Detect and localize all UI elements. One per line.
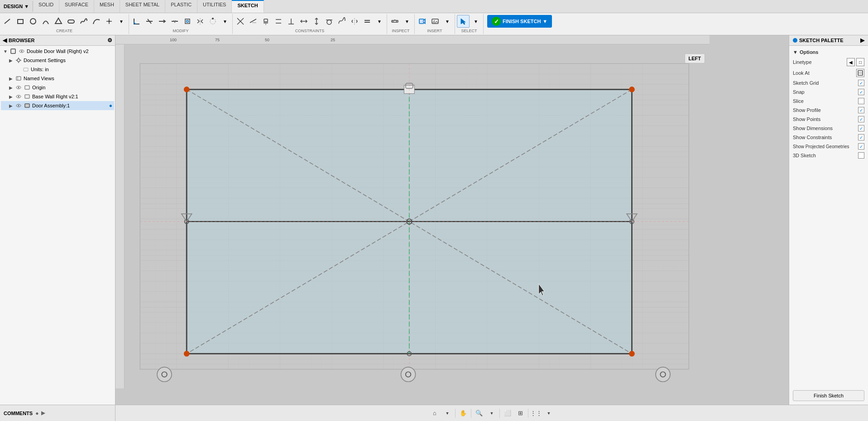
- create-more-btn[interactable]: ▼: [116, 15, 127, 28]
- tree-item-doc-settings[interactable]: ▶ Document Settings: [1, 56, 114, 65]
- finish-sketch-palette-btn[interactable]: Finish Sketch: [793, 390, 864, 401]
- tab-sketch[interactable]: SKETCH: [232, 0, 264, 13]
- constraint-symmetric-btn[interactable]: [349, 15, 360, 28]
- palette-checkbox-slice[interactable]: [858, 98, 864, 104]
- create-point-btn[interactable]: [103, 15, 115, 28]
- nav-dropdown-icon[interactable]: ▼: [442, 408, 452, 418]
- palette-checkbox-show-dimensions[interactable]: [858, 125, 864, 131]
- pan-icon[interactable]: ✋: [458, 408, 468, 418]
- tree-expand-named-views[interactable]: ▶: [8, 76, 14, 81]
- palette-checkbox-3d-sketch[interactable]: [858, 152, 864, 159]
- display-mode-icon[interactable]: ⬜: [503, 408, 513, 418]
- modify-break-btn[interactable]: [169, 15, 181, 28]
- modify-trim-btn[interactable]: [144, 15, 155, 28]
- tab-solid[interactable]: SOLID: [33, 0, 59, 13]
- tree-expand-doc-settings[interactable]: ▶: [8, 58, 14, 63]
- palette-linetype-btn1[interactable]: ◀: [847, 58, 855, 66]
- constraint-tangent-btn[interactable]: [323, 15, 335, 28]
- tab-surface[interactable]: SURFACE: [59, 0, 94, 13]
- palette-title: SKETCH PALETTE: [799, 38, 844, 43]
- tree-item-door-assembly[interactable]: ▶ Door Assembly:1 ●: [1, 101, 114, 110]
- constraints-more-btn[interactable]: ▼: [374, 15, 385, 28]
- modify-mirror-btn[interactable]: [194, 15, 206, 28]
- palette-checkbox-show-profile[interactable]: [858, 107, 864, 113]
- create-circle-btn[interactable]: [27, 15, 39, 28]
- toolbar-group-create: ▼ CREATE: [0, 14, 129, 34]
- canvas-svg[interactable]: [125, 44, 710, 388]
- tree-expand-origin[interactable]: ▶: [8, 85, 14, 90]
- svg-point-29: [327, 20, 331, 24]
- finish-sketch-btn[interactable]: ✓ FINISH SKETCH ▼: [487, 15, 552, 28]
- inspect-measure-btn[interactable]: [389, 15, 401, 28]
- palette-checkbox-snap[interactable]: [858, 89, 864, 95]
- canvas-area[interactable]: 100 75 50 25: [115, 35, 789, 405]
- comments-expand-icon[interactable]: ●: [35, 410, 38, 416]
- create-spline-btn[interactable]: [78, 15, 90, 28]
- constraint-equal-btn[interactable]: [361, 15, 373, 28]
- modify-group-label: MODIFY: [173, 29, 189, 33]
- comments-arrow-icon[interactable]: ▶: [41, 410, 45, 416]
- palette-checkbox-show-constraints[interactable]: [858, 134, 864, 140]
- insert-image-btn[interactable]: [429, 15, 441, 28]
- insert-canvas-btn[interactable]: [417, 15, 428, 28]
- tab-plastic[interactable]: PLASTIC: [165, 0, 197, 13]
- palette-options-header[interactable]: ▼ Options: [789, 48, 868, 57]
- modify-offset-btn[interactable]: [182, 15, 193, 28]
- more-display-icon[interactable]: ⋮⋮: [531, 408, 541, 418]
- tab-sheet-metal[interactable]: SHEET METAL: [120, 0, 165, 13]
- palette-collapse-icon[interactable]: ▶: [860, 37, 864, 44]
- tree-icon-named-views: [15, 75, 22, 82]
- tree-expand-base-wall[interactable]: ▶: [8, 94, 14, 99]
- tab-utilities[interactable]: UTILITIES: [197, 0, 232, 13]
- create-slot-btn[interactable]: [65, 15, 77, 28]
- select-btn[interactable]: [457, 15, 470, 28]
- palette-look-at-btn[interactable]: [856, 69, 864, 77]
- tree-label-base-wall: Base Wall Right v2:1: [32, 94, 112, 99]
- constraint-smooth-btn[interactable]: [336, 15, 348, 28]
- constraint-parallel-btn[interactable]: [273, 15, 284, 28]
- tree-expand-door-assembly[interactable]: ▶: [8, 103, 14, 108]
- tree-item-root[interactable]: ▼ Double Door Wall (Right) v2: [1, 47, 114, 56]
- tree-icon-settings: [15, 57, 22, 64]
- constraint-horizontal-btn[interactable]: [298, 15, 310, 28]
- modify-circular-pattern-btn[interactable]: [207, 15, 219, 28]
- tree-item-base-wall[interactable]: ▶ Base Wall Right v2:1: [1, 92, 114, 101]
- design-menu[interactable]: DESIGN ▼: [0, 0, 33, 13]
- create-line-btn[interactable]: [2, 15, 14, 28]
- palette-checkbox-sketch-grid[interactable]: [858, 80, 864, 86]
- create-polygon-btn[interactable]: [53, 15, 64, 28]
- constraint-vertical-btn[interactable]: [311, 15, 322, 28]
- constraint-coincident-btn[interactable]: [235, 15, 246, 28]
- tree-item-units[interactable]: Units: in: [1, 65, 114, 74]
- constraints-group-label: CONSTRAINTS: [295, 29, 325, 33]
- insert-more-btn[interactable]: ▼: [442, 15, 453, 28]
- display-grid-icon[interactable]: ⊞: [515, 408, 525, 418]
- create-conic-btn[interactable]: [91, 15, 102, 28]
- svg-point-98: [184, 351, 189, 356]
- modify-fillet-btn[interactable]: [131, 15, 143, 28]
- zoom-dropdown-icon[interactable]: ▼: [487, 408, 497, 418]
- zoom-icon[interactable]: 🔍: [474, 408, 484, 418]
- constraint-collinear-btn[interactable]: [247, 15, 259, 28]
- select-more-btn[interactable]: ▼: [470, 15, 481, 28]
- divider-3: [499, 409, 500, 418]
- inspect-more-btn[interactable]: ▼: [402, 15, 412, 28]
- create-arc-btn[interactable]: [40, 15, 52, 28]
- palette-checkbox-show-points[interactable]: [858, 116, 864, 122]
- tab-mesh[interactable]: MESH: [94, 0, 120, 13]
- tree-expand-root[interactable]: ▼: [3, 48, 8, 54]
- more-dropdown-icon[interactable]: ▼: [544, 408, 554, 418]
- constraint-perpendicular-btn[interactable]: [285, 15, 297, 28]
- palette-checkbox-show-projected[interactable]: [858, 143, 864, 150]
- create-rectangle-btn[interactable]: [14, 15, 26, 28]
- palette-linetype-btn2[interactable]: □: [856, 58, 864, 66]
- modify-extend-btn[interactable]: [156, 15, 168, 28]
- tree-item-named-views[interactable]: ▶ Named Views: [1, 74, 114, 83]
- home-icon[interactable]: ⌂: [430, 408, 440, 418]
- modify-more-btn[interactable]: ▼: [220, 15, 230, 28]
- tree-item-origin[interactable]: ▶ Origin: [1, 83, 114, 92]
- constraint-fix-btn[interactable]: [260, 15, 272, 28]
- browser-search-icon[interactable]: ⚙: [107, 37, 112, 44]
- svg-rect-41: [11, 49, 15, 53]
- browser-collapse-icon[interactable]: ◀: [3, 37, 7, 44]
